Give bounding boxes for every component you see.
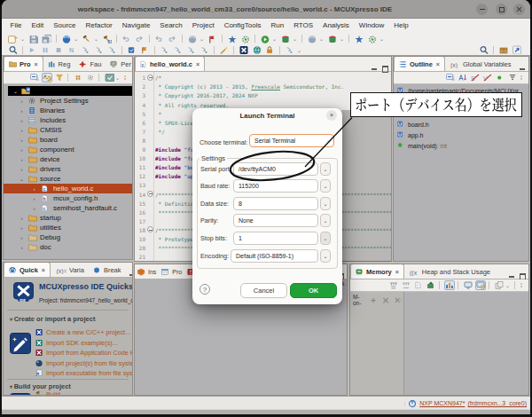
tree-item-project-settings[interactable]: ›Project Settings	[4, 96, 132, 106]
menu-search[interactable]: Search	[155, 19, 187, 33]
chevron-collapsed-icon[interactable]: ›	[31, 196, 37, 201]
term1-icon[interactable]: 99	[388, 280, 399, 290]
build-link[interactable]: Build	[35, 390, 60, 395]
tree-item-project-root[interactable]: ⌄	[8, 86, 132, 96]
tree-item-drivers[interactable]: ›drivers	[4, 164, 132, 174]
chevron-expanded-icon[interactable]: ⌄	[12, 88, 19, 94]
fold-minus-icon[interactable]	[147, 191, 153, 197]
tree-item-debug[interactable]: ›Debug	[4, 232, 132, 242]
chevron-down-icon[interactable]: ⌄	[292, 35, 298, 42]
funnel-icon[interactable]	[54, 73, 65, 83]
close-tab-icon[interactable]: ×	[436, 61, 440, 67]
chevron-down-icon[interactable]: ⌄	[114, 75, 121, 81]
maximize-view-icon[interactable]	[519, 271, 526, 279]
chevron-collapsed-icon[interactable]: ›	[19, 245, 25, 250]
section-build[interactable]: Build your project	[10, 382, 71, 390]
explorer-tab-per[interactable]: Per	[106, 57, 133, 71]
term2-icon[interactable]	[401, 280, 411, 290]
tree-item-utilities[interactable]: ›utilities	[4, 223, 132, 232]
tree-item-component[interactable]: ›component	[4, 145, 132, 154]
hide-static-icon[interactable]: S	[470, 73, 481, 83]
dot-green-icon[interactable]	[495, 73, 505, 83]
memory-tab-memory[interactable]: Memory×	[350, 264, 404, 279]
console-tab-ins[interactable]: Ins	[135, 264, 159, 279]
chevron-down-icon[interactable]: ⌄	[93, 35, 99, 42]
outline-item-main-void-[interactable]: main(void) : int	[397, 140, 528, 151]
chevron-down-icon[interactable]: ⌄	[296, 47, 302, 53]
status-target-link[interactable]: NXP MCXN947*	[419, 400, 465, 406]
remove-all-monitors-icon[interactable]	[393, 295, 403, 305]
dropdown-arrow-button[interactable]: ⌄	[320, 197, 331, 210]
search-icon[interactable]	[7, 45, 19, 55]
dialog-field-encoding-[interactable]: Default (ISO-8859-1)	[231, 249, 318, 263]
view-menu-icon[interactable]: ⁞	[518, 75, 525, 81]
step-pale-icon[interactable]	[93, 45, 105, 55]
chevron-collapsed-icon[interactable]: ›	[19, 167, 25, 172]
copy-gray-icon[interactable]	[494, 280, 505, 290]
minimize-view-icon[interactable]	[371, 64, 378, 71]
teal-box-icon[interactable]	[104, 73, 114, 83]
fold-minus-icon[interactable]	[147, 75, 153, 81]
step-pale-icon[interactable]	[159, 45, 170, 55]
undo-icon[interactable]	[121, 34, 132, 43]
menu-project[interactable]: Project	[187, 19, 219, 33]
lock-orange-icon[interactable]	[264, 45, 276, 55]
graph-icon[interactable]	[444, 280, 455, 290]
outline-tab-outline[interactable]: Outline×	[394, 56, 445, 71]
quickstart-link-import-executable-from-file-sy[interactable]: Import executable from file system	[35, 369, 132, 377]
globe-teal-icon[interactable]	[251, 45, 262, 55]
dropdown-arrow-button[interactable]: ⌄	[320, 179, 331, 193]
minimize-view-icon[interactable]	[129, 270, 133, 277]
mark-blue-icon[interactable]	[126, 45, 137, 55]
dialog-field-data-size-[interactable]: 8	[233, 197, 318, 210]
quickstart-tab-varia[interactable]: (x)=Varia	[51, 263, 89, 277]
save-all-icon[interactable]	[41, 34, 52, 43]
step-pale-icon[interactable]	[172, 45, 184, 55]
section-create-import[interactable]: Create or import a project	[10, 315, 95, 323]
dropdown-arrow-button[interactable]: ⌄	[320, 249, 331, 263]
dropdown-arrow-button[interactable]: ⌄	[320, 162, 331, 176]
undo-icon[interactable]	[153, 34, 165, 43]
close-tab-icon[interactable]: ×	[35, 61, 38, 67]
mark-orange-icon[interactable]	[139, 45, 151, 55]
chevron-collapsed-icon[interactable]: ›	[19, 147, 25, 153]
collapse-all-icon[interactable]	[445, 73, 456, 83]
step-pale-icon[interactable]	[106, 45, 118, 55]
minimize-button[interactable]	[476, 4, 488, 15]
chevron-collapsed-icon[interactable]: ›	[19, 118, 25, 123]
chevron-collapsed-icon[interactable]: ›	[19, 128, 25, 133]
help-button[interactable]: ?	[200, 284, 210, 295]
gear-small-icon[interactable]	[85, 73, 96, 83]
chevron-down-icon[interactable]: ⌄	[271, 35, 278, 42]
debug-ball-icon[interactable]	[60, 34, 72, 43]
flag-red-icon[interactable]	[207, 34, 218, 43]
dropdown-arrow-button[interactable]: ⌄	[320, 232, 331, 245]
dialog-field-serial-port-[interactable]: /dev/ttyACM0	[233, 162, 318, 176]
chevron-collapsed-icon[interactable]: ›	[19, 98, 25, 104]
quickstart-link-import-from-application-code-h[interactable]: Import from Application Code Hub...	[35, 349, 132, 357]
new-wizard-icon[interactable]	[7, 34, 19, 43]
ball-gray-icon[interactable]	[306, 34, 317, 43]
tree-item-source[interactable]: ⌄source	[4, 174, 132, 184]
chevron-down-icon[interactable]: ⌄	[73, 35, 79, 42]
monitor-orange-icon[interactable]	[475, 280, 486, 290]
dialog-field-stop-bits-[interactable]: 1	[233, 232, 318, 245]
quickstart-tab-quick[interactable]: Quick×	[4, 262, 51, 277]
tree-item-board[interactable]: ›board	[4, 135, 132, 145]
db-red-icon[interactable]	[326, 34, 338, 43]
explorer-tab-reg[interactable]: Reg	[43, 57, 75, 71]
menu-configtools[interactable]: ConfigTools	[219, 19, 266, 33]
outline-item-board-h[interactable]: board.h	[397, 119, 528, 130]
db-red-icon[interactable]	[279, 34, 291, 43]
chevron-down-icon[interactable]: ⌄	[379, 35, 385, 42]
tree-item-includes[interactable]: ›Includes	[4, 115, 132, 125]
menu-rtos[interactable]: RTOS	[289, 19, 318, 33]
ball-gray-icon[interactable]	[186, 34, 198, 43]
wand-yellow-icon[interactable]	[218, 45, 230, 55]
editor-tab-hello-world-c[interactable]: chello_world.c×	[135, 56, 205, 71]
dialog-field-parity-[interactable]: None	[233, 214, 318, 227]
menu-source[interactable]: Source	[49, 19, 81, 33]
collapse-all-icon[interactable]	[29, 73, 40, 83]
tree-item-binaries[interactable]: ›Binaries	[4, 106, 132, 115]
doc-plain-icon[interactable]	[413, 280, 424, 290]
